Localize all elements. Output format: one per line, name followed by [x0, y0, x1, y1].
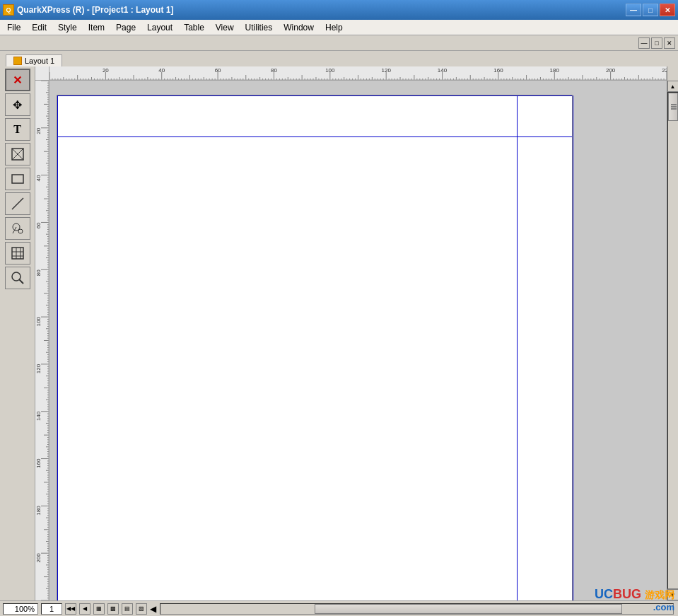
close-box-tool[interactable]: ✕ — [5, 69, 30, 91]
close-button[interactable]: ✕ — [660, 4, 675, 16]
pen-tool[interactable] — [5, 217, 30, 240]
toolbox: ✕ ✥ T — [0, 66, 35, 600]
title-left: Q QuarkXPress (R) - [Project1 : Layout 1… — [3, 4, 173, 16]
horizontal-scroll-area[interactable] — [160, 603, 674, 615]
h-ruler-canvas — [49, 66, 667, 81]
menu-file[interactable]: File — [1, 20, 26, 35]
right-of-toolbox: ▲ ▼ — [35, 66, 678, 600]
tab-row: Layout 1 — [0, 51, 678, 66]
move-tool[interactable]: ✥ — [5, 93, 30, 116]
v-ruler-canvas — [35, 81, 49, 600]
scrollbar-corner — [667, 66, 678, 81]
right-edge-guide — [573, 95, 573, 600]
menu-utilities[interactable]: Utilities — [240, 20, 279, 35]
corner-box — [35, 66, 49, 81]
doc-minimize-button[interactable]: — — [638, 37, 650, 49]
scroll-down-button[interactable]: ▼ — [667, 589, 679, 600]
svg-rect-3 — [12, 175, 23, 183]
h-scroll-thumb[interactable] — [315, 604, 622, 614]
content-row: ▲ ▼ — [35, 81, 678, 600]
svg-line-14 — [19, 279, 23, 284]
view-icon-2[interactable]: ▩ — [107, 603, 119, 615]
doc-close-button[interactable]: ✕ — [664, 37, 675, 49]
scroll-left-arrow[interactable]: ◀ — [150, 604, 156, 614]
rect-tool[interactable] — [5, 168, 30, 190]
ruler-content: ✕ ✥ T — [0, 66, 678, 600]
nav-first-button[interactable]: ◀◀ — [65, 603, 76, 615]
table-tool[interactable] — [5, 242, 30, 265]
menu-edit[interactable]: Edit — [26, 20, 52, 35]
page-canvas — [57, 95, 573, 600]
top-ruler-row — [35, 66, 678, 81]
status-bar: 100% 1 ◀◀ ◀ ▦ ▩ ▤ ▧ ◀ — [0, 600, 678, 616]
menu-page[interactable]: Page — [110, 20, 141, 35]
layout-tab-label: Layout 1 — [25, 57, 54, 65]
doc-title-buttons: — □ ✕ — [638, 37, 675, 49]
view-icon-3[interactable]: ▤ — [122, 603, 133, 615]
view-icon-4[interactable]: ▧ — [136, 603, 147, 615]
text-tool[interactable]: T — [5, 118, 30, 141]
vertical-ruler — [35, 81, 49, 600]
app-icon: Q — [3, 4, 14, 16]
scroll-grip — [671, 104, 677, 105]
menu-table[interactable]: Table — [178, 20, 210, 35]
menu-layout[interactable]: Layout — [141, 20, 178, 35]
box-tool[interactable] — [5, 143, 30, 165]
upper-margin-line — [57, 136, 572, 137]
line-tool[interactable] — [5, 192, 30, 215]
layout-tab-icon — [13, 57, 22, 65]
scroll-up-button[interactable]: ▲ — [667, 81, 679, 92]
menu-help[interactable]: Help — [320, 20, 349, 35]
vertical-scrollbar: ▲ ▼ — [667, 81, 678, 600]
menu-window[interactable]: Window — [278, 20, 320, 35]
top-margin-line — [57, 95, 572, 96]
minimize-button[interactable]: — — [626, 4, 641, 16]
maximize-button[interactable]: □ — [643, 4, 658, 16]
menu-bar: File Edit Style Item Page Layout Table V… — [0, 20, 678, 35]
main-area: ✕ ✥ T — [0, 66, 678, 616]
view-icon-1[interactable]: ▦ — [93, 603, 105, 615]
title-text: QuarkXPress (R) - [Project1 : Layout 1] — [17, 5, 173, 15]
menu-view[interactable]: View — [210, 20, 240, 35]
doc-restore-button[interactable]: □ — [651, 37, 662, 49]
page-display: 1 — [41, 603, 62, 615]
nav-prev-button[interactable]: ◀ — [79, 603, 90, 615]
svg-line-4 — [12, 198, 23, 209]
scroll-track[interactable] — [667, 92, 679, 589]
menu-item[interactable]: Item — [83, 20, 110, 35]
main-canvas-area[interactable] — [49, 81, 667, 600]
svg-point-6 — [18, 229, 23, 233]
zoom-tool[interactable] — [5, 267, 30, 289]
horizontal-ruler — [49, 66, 667, 81]
title-bar: Q QuarkXPress (R) - [Project1 : Layout 1… — [0, 0, 678, 20]
zoom-display: 100% — [3, 603, 38, 615]
right-margin-guide — [517, 95, 518, 600]
doc-titlebar: — □ ✕ — [0, 35, 678, 51]
svg-rect-8 — [12, 248, 23, 259]
left-margin-guide — [57, 95, 58, 600]
title-buttons: — □ ✕ — [626, 4, 675, 16]
layout-tab[interactable]: Layout 1 — [6, 54, 62, 66]
scroll-thumb[interactable] — [668, 93, 678, 121]
menu-style[interactable]: Style — [52, 20, 83, 35]
